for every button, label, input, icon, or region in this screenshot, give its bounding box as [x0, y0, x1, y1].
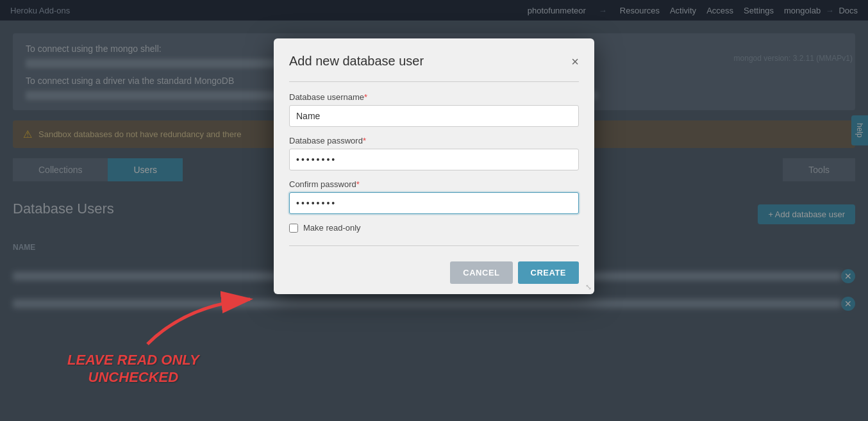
readonly-label[interactable]: Make read-only — [303, 223, 361, 233]
username-field-group: Database username* — [289, 92, 579, 127]
resize-handle[interactable]: ⤡ — [585, 283, 592, 292]
modal-footer: CANCEL CREATE — [289, 256, 579, 284]
password-label: Database password* — [289, 136, 579, 145]
confirm-password-field-group: Confirm password* — [289, 179, 579, 214]
modal-title: Add new database user — [289, 54, 424, 69]
modal-close-button[interactable]: × — [571, 55, 579, 68]
confirm-password-label: Confirm password* — [289, 179, 579, 189]
password-input[interactable] — [289, 149, 579, 170]
readonly-checkbox[interactable] — [289, 224, 298, 233]
username-label: Database username* — [289, 92, 579, 102]
readonly-checkbox-row: Make read-only — [289, 223, 579, 233]
modal-divider — [289, 81, 579, 82]
create-button[interactable]: CREATE — [518, 261, 579, 284]
cancel-button[interactable]: CANCEL — [450, 261, 512, 284]
footer-divider — [289, 245, 579, 246]
username-input[interactable] — [289, 105, 579, 127]
add-user-modal: Add new database user × Database usernam… — [274, 38, 594, 294]
confirm-password-input[interactable] — [289, 192, 579, 214]
modal-header: Add new database user × — [289, 54, 579, 69]
password-field-group: Database password* — [289, 136, 579, 170]
modal-backdrop: Add new database user × Database usernam… — [0, 0, 868, 421]
